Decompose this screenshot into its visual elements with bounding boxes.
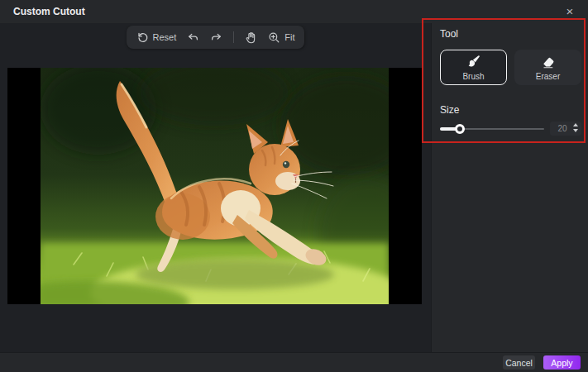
fit-label: Fit: [284, 32, 294, 42]
zoom-fit-button[interactable]: Fit: [268, 31, 294, 44]
spinner-down-icon[interactable]: [573, 129, 578, 132]
eraser-tool-button[interactable]: Eraser: [514, 50, 581, 85]
reset-button[interactable]: Reset: [136, 31, 177, 44]
canvas-toolbar: Reset: [127, 26, 305, 49]
canvas-area: Reset: [0, 23, 431, 352]
brush-label: Brush: [462, 72, 484, 81]
cancel-button[interactable]: Cancel: [503, 355, 535, 370]
toolbar-divider: [233, 31, 234, 43]
tool-section-label: Tool: [440, 28, 581, 40]
redo-icon: [210, 31, 222, 44]
dialog-title: Custom Cutout: [13, 0, 85, 23]
tool-buttons: Brush Eraser: [440, 50, 581, 85]
zoom-fit-icon: [268, 31, 280, 44]
spinner-up-icon[interactable]: [573, 123, 578, 126]
custom-cutout-dialog: Custom Cutout ×: [0, 0, 588, 372]
hand-pan-button[interactable]: [245, 31, 257, 44]
brush-tool-button[interactable]: Brush: [440, 50, 507, 85]
size-controls: 20: [440, 122, 581, 136]
size-section-label: Size: [440, 104, 581, 116]
tool-panel: Tool Brush Eraser Size: [431, 23, 588, 352]
size-number-input[interactable]: 20: [550, 122, 581, 136]
close-icon[interactable]: ×: [562, 3, 578, 20]
apply-button[interactable]: Apply: [543, 355, 581, 370]
undo-button[interactable]: [187, 31, 199, 44]
image-viewport[interactable]: [7, 68, 422, 304]
eraser-label: Eraser: [536, 72, 560, 81]
size-slider[interactable]: [440, 122, 544, 136]
brush-icon: [466, 55, 481, 69]
eraser-icon: [541, 55, 556, 69]
undo-icon: [187, 31, 199, 44]
dialog-header: Custom Cutout ×: [0, 0, 588, 23]
redo-button[interactable]: [210, 31, 222, 44]
kitten-photo: [41, 68, 389, 304]
hand-icon: [245, 31, 257, 44]
reset-label: Reset: [153, 32, 177, 42]
slider-knob[interactable]: [455, 124, 465, 134]
dialog-footer: Cancel Apply: [0, 352, 588, 372]
reset-icon: [136, 31, 149, 44]
size-spinners: [573, 123, 578, 132]
